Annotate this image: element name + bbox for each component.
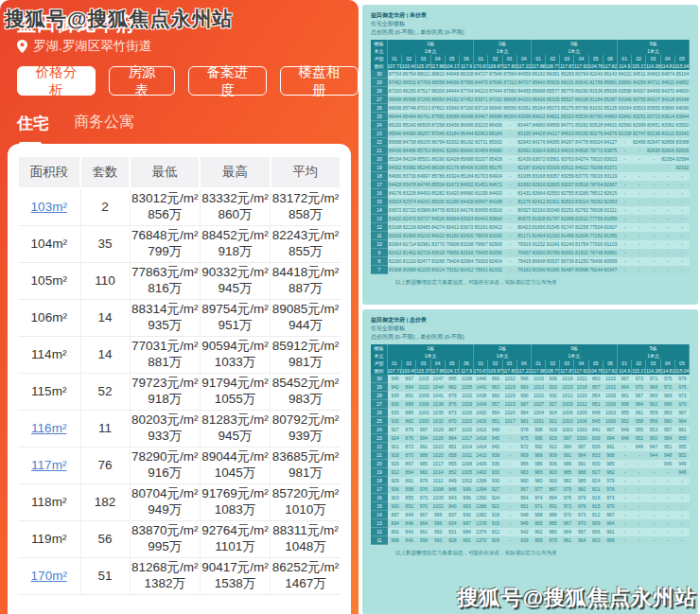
price-value-cell: -	[661, 519, 675, 528]
price-value-cell: 830	[589, 460, 604, 468]
price-value-cell: 879	[546, 536, 560, 545]
price-value-cell: 1000	[560, 426, 574, 434]
price-value-cell: 84883	[604, 113, 618, 121]
type-header: 05	[675, 360, 690, 367]
price-value-cell: 77756	[589, 215, 604, 223]
price-value-cell: 83951	[517, 104, 532, 113]
price-value-cell: 85639	[604, 87, 618, 96]
price-value-cell: -	[618, 468, 632, 477]
count-cell: 110	[80, 262, 130, 299]
tab-2[interactable]: 备案进度	[188, 66, 267, 96]
price-value-cell: 85527	[560, 96, 574, 104]
price-value-cell: 994	[604, 434, 618, 443]
area-cell: 118m²	[18, 483, 80, 520]
price-value-cell: -	[632, 485, 646, 494]
price-value-cell: -	[675, 172, 690, 181]
price-value-cell: 1011	[460, 451, 474, 460]
unit-header: 1单元	[388, 352, 474, 360]
price-value-cell: -	[646, 511, 660, 519]
price-value-cell: 988	[604, 451, 618, 460]
price-value-cell: 1394	[474, 485, 488, 494]
price-value-cell: 959	[646, 409, 660, 417]
category-tab-1[interactable]: 商务公寓	[74, 113, 134, 142]
price-value-cell: -	[632, 189, 646, 198]
price-value-cell: -	[618, 240, 632, 249]
total-price-text: 918万	[131, 392, 200, 408]
floor-label: 12	[371, 528, 388, 536]
price-value-cell: -	[646, 172, 660, 181]
price-value-cell: 984	[460, 528, 474, 536]
building-header: 5栋	[618, 344, 690, 352]
price-value-cell: 84990	[402, 130, 416, 138]
area-header: 109.87	[488, 62, 502, 70]
tab-1[interactable]: 房源表	[109, 66, 175, 96]
price-cell: 89754元/m²951万	[200, 299, 270, 336]
area-link[interactable]: 117m²	[31, 458, 66, 472]
price-value-cell: 86250	[402, 87, 416, 96]
price-value-cell: -	[661, 206, 675, 215]
floor-label: 13	[371, 215, 388, 223]
price-value-cell: 81859	[604, 215, 618, 223]
price-value-cell: -	[646, 164, 660, 172]
map-pin-icon	[17, 40, 27, 53]
price-value-cell: 936	[546, 375, 560, 383]
price-value-cell: 870	[402, 451, 416, 460]
tab-0[interactable]: 价格分析	[17, 66, 96, 96]
price-value-cell: -	[661, 266, 675, 274]
price-value-cell: 81714	[402, 240, 416, 249]
tab-3[interactable]: 楼盘相册	[280, 66, 359, 96]
price-value-cell: 80160	[446, 232, 460, 240]
area-link[interactable]: 116m²	[31, 421, 66, 435]
price-value-cell: 915	[388, 460, 402, 468]
price-value-cell: 81152	[532, 240, 546, 249]
area-header: 104.17	[446, 62, 460, 70]
price-value-cell: 82477	[416, 257, 430, 266]
price-value-cell: 83447	[517, 121, 532, 130]
price-value-cell: 86143	[604, 70, 618, 79]
area-link[interactable]: 103m²	[31, 200, 67, 214]
price-value-cell: 1026	[460, 409, 474, 417]
price-value-cell: 81420	[446, 189, 460, 198]
price-value-cell: 84696	[446, 79, 460, 87]
price-value-cell: 1370	[474, 536, 488, 545]
price-value-cell: 85387	[604, 96, 618, 104]
price-value-cell: 81754	[574, 240, 588, 249]
price-value-cell: 83451	[646, 121, 660, 130]
price-value-cell: -	[503, 511, 517, 519]
category-tab-0[interactable]: 住宅	[17, 113, 49, 142]
area-link[interactable]: 170m²	[31, 569, 67, 583]
price-value-cell: -	[618, 528, 632, 536]
price-value-cell: -	[646, 155, 660, 164]
price-value-cell: 948	[517, 511, 532, 519]
floor-label: 22	[371, 138, 388, 147]
price-value-cell: 80739	[560, 257, 574, 266]
type-header: 06	[460, 360, 474, 367]
price-value-cell: 964	[574, 536, 588, 545]
price-value-cell: 1044	[431, 383, 446, 392]
price-value-cell: 79687	[474, 240, 488, 249]
area-header: 117.22	[517, 367, 532, 375]
price-value-cell: 973	[604, 494, 618, 502]
total-price-text: 887万	[271, 281, 341, 297]
price-value-cell: 1015	[560, 383, 574, 392]
price-value-cell: 84948	[446, 70, 460, 79]
price-value-cell: 80024	[589, 138, 604, 147]
price-value-cell: 85786	[574, 104, 588, 113]
floor-label: 21	[371, 451, 388, 460]
price-value-cell: 80276	[589, 130, 604, 138]
floor-label: 23	[371, 130, 388, 138]
price-value-cell: -	[646, 249, 660, 257]
price-value-cell: 82495	[632, 138, 646, 147]
price-value-cell: 81250	[574, 257, 588, 266]
price-value-cell: 83088	[675, 138, 690, 147]
price-value-cell: 83110	[661, 130, 675, 138]
price-value-cell: -	[503, 266, 517, 274]
price-value-cell: -	[503, 206, 517, 215]
floor-label: 27	[371, 96, 388, 104]
price-value-cell: 982	[574, 485, 588, 494]
price-value-cell: 87452	[460, 96, 474, 104]
price-value-cell: -	[503, 147, 517, 155]
price-value-cell: -	[618, 155, 632, 164]
corner-label: 楼栋	[371, 40, 388, 47]
price-value-cell: 87802	[431, 104, 446, 113]
